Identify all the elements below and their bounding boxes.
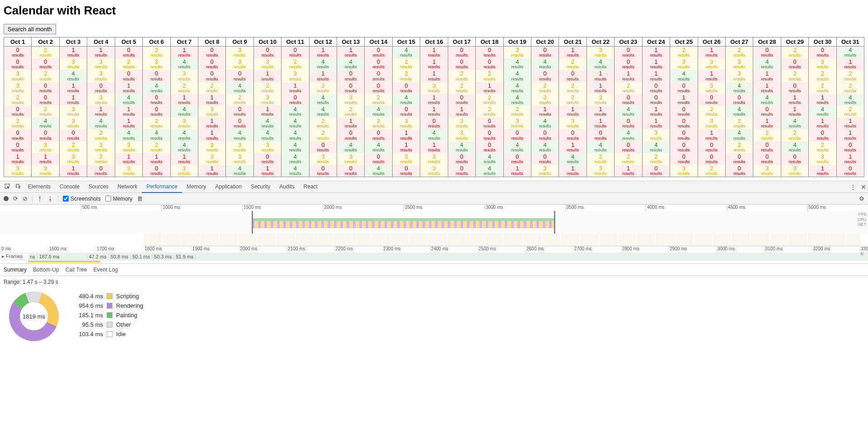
calendar-cell[interactable]: 4results	[670, 70, 697, 82]
calendar-cell[interactable]: 4results	[282, 106, 309, 117]
calendar-cell[interactable]: 4results	[476, 153, 503, 165]
devtools-tab-audits[interactable]: Audits	[275, 181, 299, 193]
calendar-cell[interactable]: 3results	[60, 106, 87, 117]
calendar-cell[interactable]: 0results	[143, 70, 170, 82]
calendar-cell[interactable]: 2results	[559, 82, 586, 94]
calendar-cell[interactable]: 1results	[198, 94, 225, 106]
calendar-cell[interactable]: 3results	[60, 117, 87, 129]
calendar-cell[interactable]: 2results	[726, 117, 753, 129]
calendar-cell[interactable]: 3results	[198, 106, 225, 117]
calendar-cell[interactable]: 1results	[87, 47, 114, 58]
calendar-cell[interactable]: 1results	[476, 82, 503, 94]
calendar-cell[interactable]: 0results	[226, 117, 253, 129]
calendar-cell[interactable]: 2results	[393, 58, 420, 70]
calendar-cell[interactable]: 1results	[587, 70, 614, 82]
calendar-cell[interactable]: 1results	[559, 141, 586, 153]
calendar-cell[interactable]: 2results	[698, 106, 725, 117]
calendar-cell[interactable]: 1results	[698, 129, 725, 141]
calendar-cell[interactable]: 4results	[32, 117, 59, 129]
calendar-cell[interactable]: 4results	[781, 117, 808, 129]
calendar-cell[interactable]: 4results	[781, 141, 808, 153]
calendar-cell[interactable]: 4results	[365, 141, 392, 153]
calendar-cell[interactable]: 3results	[448, 129, 475, 141]
close-devtools-icon[interactable]: ✕	[861, 183, 866, 191]
calendar-cell[interactable]: 2results	[4, 117, 31, 129]
calendar-cell[interactable]: 4results	[282, 153, 309, 165]
calendar-cell[interactable]: 3results	[282, 70, 309, 82]
calendar-cell[interactable]: 0results	[282, 47, 309, 58]
calendar-cell[interactable]: 0results	[698, 153, 725, 165]
calendar-cell[interactable]: 0results	[753, 153, 780, 165]
calendar-cell[interactable]: 4results	[365, 165, 392, 177]
calendar-cell[interactable]: 0results	[87, 82, 114, 94]
calendar-cell[interactable]: 0results	[254, 47, 281, 58]
devtools-tab-react[interactable]: React	[299, 181, 322, 193]
calendar-cell[interactable]: 1results	[809, 94, 836, 106]
calendar-cell[interactable]: 1results	[587, 106, 614, 117]
calendar-cell[interactable]: 1results	[809, 117, 836, 129]
calendar-cell[interactable]: 1results	[837, 58, 864, 70]
calendar-cell[interactable]: 1results	[87, 106, 114, 117]
calendar-cell[interactable]: 3results	[171, 70, 198, 82]
calendar-cell[interactable]: 3results	[420, 165, 447, 177]
calendar-cell[interactable]: 1results	[615, 70, 642, 82]
calendar-cell[interactable]: 0results	[698, 94, 725, 106]
calendar-cell[interactable]: 4results	[171, 58, 198, 70]
calendar-cell[interactable]: 3results	[226, 58, 253, 70]
calendar-cell[interactable]: 0results	[643, 165, 670, 177]
calendar-cell[interactable]: 0results	[337, 165, 364, 177]
calendar-cell[interactable]: 3results	[531, 94, 558, 106]
calendar-cell[interactable]: 3results	[143, 58, 170, 70]
calendar-cell[interactable]: 3results	[198, 153, 225, 165]
calendar-cell[interactable]: 2results	[143, 141, 170, 153]
calendar-cell[interactable]: 1results	[171, 153, 198, 165]
calendar-cell[interactable]: 1results	[254, 70, 281, 82]
calendar-cell[interactable]: 0results	[753, 47, 780, 58]
calendar-cell[interactable]: 3results	[504, 47, 531, 58]
calendar-cell[interactable]: 1results	[4, 153, 31, 165]
calendar-cell[interactable]: 0results	[337, 70, 364, 82]
devtools-tab-console[interactable]: Console	[55, 181, 84, 193]
calendar-cell[interactable]: 4results	[837, 94, 864, 106]
calendar-cell[interactable]: 2results	[365, 117, 392, 129]
screenshots-strip[interactable]	[144, 234, 860, 246]
calendar-cell[interactable]: 0results	[87, 165, 114, 177]
load-profile-icon[interactable]: ⭱	[37, 195, 43, 202]
calendar-cell[interactable]: 0results	[753, 106, 780, 117]
calendar-cell[interactable]: 0results	[115, 47, 142, 58]
calendar-cell[interactable]: 3results	[87, 141, 114, 153]
calendar-cell[interactable]: 3results	[254, 58, 281, 70]
calendar-cell[interactable]: 4results	[615, 106, 642, 117]
calendar-cell[interactable]: 3results	[226, 47, 253, 58]
calendar-cell[interactable]: 0results	[32, 129, 59, 141]
calendar-cell[interactable]: 1results	[310, 47, 337, 58]
calendar-cell[interactable]: 1results	[393, 129, 420, 141]
calendar-cell[interactable]: 1results	[837, 117, 864, 129]
more-icon[interactable]: ⋮	[850, 183, 856, 191]
calendar-cell[interactable]: 2results	[476, 106, 503, 117]
calendar-cell[interactable]: 4results	[753, 94, 780, 106]
calendar-cell[interactable]: 2results	[393, 70, 420, 82]
calendar-cell[interactable]: 4results	[504, 58, 531, 70]
calendar-cell[interactable]: 4results	[171, 129, 198, 141]
calendar-cell[interactable]: 1results	[393, 141, 420, 153]
devtools-tab-memory[interactable]: Memory	[182, 181, 211, 193]
calendar-cell[interactable]: 0results	[282, 94, 309, 106]
calendar-cell[interactable]: 1results	[420, 141, 447, 153]
calendar-cell[interactable]: 2results	[198, 82, 225, 94]
calendar-cell[interactable]: 4results	[282, 117, 309, 129]
devtools-tab-performance[interactable]: Performance	[142, 181, 182, 193]
calendar-cell[interactable]: 4results	[143, 82, 170, 94]
calendar-cell[interactable]: 3results	[698, 82, 725, 94]
calendar-cell[interactable]: 2results	[32, 106, 59, 117]
calendar-cell[interactable]: 0results	[615, 141, 642, 153]
calendar-cell[interactable]: 4results	[171, 141, 198, 153]
calendar-cell[interactable]: 3results	[226, 153, 253, 165]
devtools-tab-security[interactable]: Security	[246, 181, 275, 193]
calendar-cell[interactable]: 2results	[171, 82, 198, 94]
calendar-cell[interactable]: 1results	[698, 70, 725, 82]
calendar-cell[interactable]: 2results	[809, 70, 836, 82]
calendar-cell[interactable]: 2results	[726, 47, 753, 58]
calendar-cell[interactable]: 3results	[87, 58, 114, 70]
calendar-cell[interactable]: 1results	[115, 153, 142, 165]
